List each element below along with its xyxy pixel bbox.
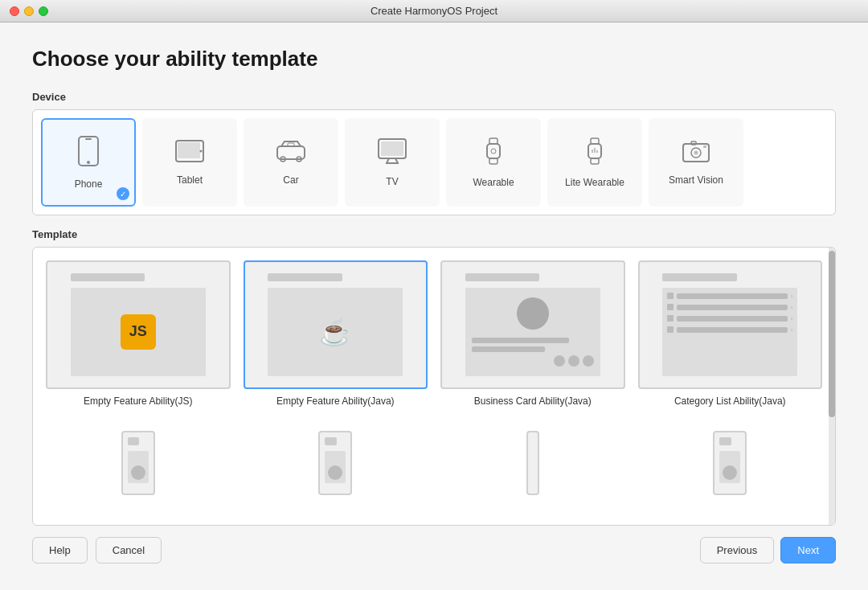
svg-rect-4	[178, 142, 200, 158]
template-label-empty-java: Empty Feature Ability(Java)	[276, 395, 395, 407]
svg-point-18	[491, 149, 496, 154]
template-item-catlist[interactable]: › › ›	[638, 260, 823, 418]
template-item-partial-4[interactable]	[638, 431, 823, 513]
bottom-left-buttons: Help Cancel	[32, 537, 162, 563]
bottom-right-buttons: Previous Next	[700, 537, 836, 563]
wearable-icon	[483, 137, 504, 170]
minimize-button[interactable]	[24, 6, 34, 16]
template-item-empty-js[interactable]: JS Empty Feature Ability(JS)	[46, 260, 231, 418]
maximize-button[interactable]	[39, 6, 48, 16]
js-icon: JS	[121, 314, 156, 350]
device-label-lite-wearable: Lite Wearable	[565, 177, 624, 188]
template-preview-partial-1	[121, 431, 155, 495]
template-section-label: Template	[32, 228, 836, 240]
title-bar: Create HarmonyOS Project	[0, 0, 868, 23]
svg-rect-21	[591, 158, 599, 164]
template-label-catlist: Category List Ability(Java)	[674, 395, 786, 407]
device-label-tablet: Tablet	[177, 174, 203, 186]
template-preview-bcard	[440, 260, 625, 389]
device-grid: Phone ✓ Tablet	[32, 109, 836, 215]
device-section: Device Phone ✓	[32, 91, 836, 215]
bottom-bar: Help Cancel Previous Next	[32, 526, 836, 574]
device-item-car[interactable]: Car	[244, 118, 338, 207]
svg-rect-11	[381, 141, 403, 156]
traffic-lights	[10, 6, 48, 16]
scrollbar-thumb	[829, 251, 835, 417]
template-preview-partial-4	[713, 431, 747, 495]
car-icon	[276, 140, 305, 168]
selected-badge: ✓	[117, 187, 129, 200]
previous-button[interactable]: Previous	[700, 537, 775, 563]
device-item-smart-vision[interactable]: Smart Vision	[649, 118, 743, 207]
template-label-bcard: Business Card Ability(Java)	[474, 395, 592, 407]
template-item-partial-3[interactable]	[440, 431, 625, 513]
device-item-lite-wearable[interactable]: Lite Wearable	[547, 118, 642, 207]
page-heading: Choose your ability template	[32, 47, 836, 72]
device-label-phone: Phone	[75, 178, 103, 190]
lite-wearable-icon	[584, 137, 605, 170]
template-grid-wrapper: JS Empty Feature Ability(JS) ☕	[32, 247, 836, 526]
tablet-icon	[175, 140, 204, 168]
svg-rect-16	[489, 138, 497, 144]
bcard-circle	[517, 297, 549, 330]
svg-rect-20	[591, 138, 599, 144]
scrollbar[interactable]	[829, 248, 835, 525]
svg-point-5	[200, 150, 203, 152]
svg-rect-1	[85, 138, 92, 140]
template-preview-empty-js: JS	[46, 260, 231, 389]
help-button[interactable]: Help	[32, 537, 88, 563]
template-item-empty-java[interactable]: ☕ Empty Feature Ability(Java)	[244, 260, 428, 418]
svg-rect-15	[487, 144, 500, 158]
template-preview-catlist: › › ›	[638, 260, 823, 389]
template-preview-partial-2	[318, 431, 352, 495]
window-title: Create HarmonyOS Project	[371, 5, 497, 17]
svg-point-2	[87, 161, 90, 164]
device-label-wearable: Wearable	[473, 177, 514, 188]
template-grid: JS Empty Feature Ability(JS) ☕	[33, 248, 835, 525]
template-item-partial-2[interactable]	[244, 431, 428, 513]
template-preview-partial-3	[526, 431, 539, 495]
template-item-partial-1[interactable]	[46, 431, 231, 513]
template-label-empty-js: Empty Feature Ability(JS)	[84, 395, 192, 407]
template-section: Template JS Empty Feature Ability(JS)	[32, 228, 836, 526]
device-item-tablet[interactable]: Tablet	[142, 118, 237, 207]
phone-icon	[77, 136, 100, 172]
main-content: Choose your ability template Device Phon…	[0, 23, 868, 590]
svg-point-27	[694, 150, 698, 154]
smart-vision-icon	[682, 140, 710, 168]
svg-rect-17	[489, 158, 497, 164]
device-label-tv: TV	[386, 176, 398, 187]
close-button[interactable]	[10, 6, 19, 16]
template-preview-empty-java: ☕	[244, 260, 428, 389]
svg-rect-29	[703, 145, 706, 148]
cancel-button[interactable]: Cancel	[96, 537, 162, 563]
device-item-tv[interactable]: TV	[345, 118, 440, 207]
template-item-bcard[interactable]: Business Card Ability(Java)	[440, 260, 625, 418]
next-button[interactable]: Next	[780, 537, 836, 563]
device-label-smart-vision: Smart Vision	[669, 174, 723, 186]
device-label-car: Car	[283, 174, 298, 186]
device-item-phone[interactable]: Phone ✓	[41, 118, 136, 207]
device-item-wearable[interactable]: Wearable	[446, 118, 541, 207]
tv-icon	[378, 138, 407, 170]
java-cup-icon: ☕	[319, 317, 351, 347]
device-section-label: Device	[32, 91, 836, 103]
